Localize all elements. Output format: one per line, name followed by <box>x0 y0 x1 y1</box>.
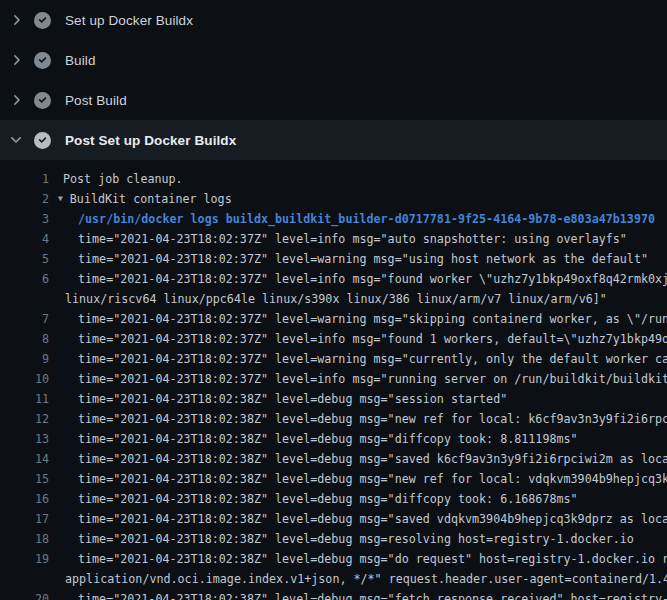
step-label: Post Build <box>65 93 127 108</box>
log-line-number[interactable]: 7 <box>0 309 49 329</box>
log-line: 17 time="2021-04-23T18:02:38Z" level=deb… <box>0 509 667 529</box>
log-line-number[interactable]: 1 <box>0 169 49 189</box>
log-line-number[interactable]: 17 <box>0 509 49 529</box>
log-line-continuation: application/vnd.oci.image.index.v1+json,… <box>0 569 667 589</box>
log-group-header[interactable]: 2 ▼ BuildKit container logs <box>0 189 667 209</box>
log-line-number[interactable]: 3 <box>0 209 49 229</box>
log-line-text: time="2021-04-23T18:02:37Z" level=warnin… <box>49 349 667 369</box>
log-line-number <box>0 289 49 309</box>
log-line-number[interactable]: 19 <box>0 549 49 569</box>
log-line: 16 time="2021-04-23T18:02:38Z" level=deb… <box>0 489 667 509</box>
log-line-text: time="2021-04-23T18:02:37Z" level=info m… <box>49 229 627 249</box>
log-line: 20 time="2021-04-23T18:02:38Z" level=deb… <box>0 589 667 600</box>
log-line: 6 time="2021-04-23T18:02:37Z" level=info… <box>0 269 667 289</box>
log-line-number[interactable]: 18 <box>0 529 49 549</box>
check-circle-icon <box>34 92 51 109</box>
log-line-number[interactable]: 12 <box>0 409 49 429</box>
log-line: 13 time="2021-04-23T18:02:38Z" level=deb… <box>0 429 667 449</box>
log-line: 8 time="2021-04-23T18:02:37Z" level=info… <box>0 329 667 349</box>
log-line: 14 time="2021-04-23T18:02:38Z" level=deb… <box>0 449 667 469</box>
chevron-down-icon <box>8 132 24 148</box>
log-line-number[interactable]: 4 <box>0 229 49 249</box>
chevron-right-icon <box>8 92 24 108</box>
log-line: 9 time="2021-04-23T18:02:37Z" level=warn… <box>0 349 667 369</box>
log-line-text: application/vnd.oci.image.index.v1+json,… <box>49 569 667 589</box>
log-command-line: 3 /usr/bin/docker logs buildx_buildkit_b… <box>0 209 667 229</box>
chevron-right-icon <box>8 12 24 28</box>
log-line-number[interactable]: 5 <box>0 249 49 269</box>
log-line-text: Post job cleanup. <box>49 169 183 189</box>
log-line-text: time="2021-04-23T18:02:38Z" level=debug … <box>49 589 667 600</box>
check-circle-icon <box>34 132 51 149</box>
step-list: Set up Docker Buildx Build Post Build Po… <box>0 0 667 160</box>
log-line-text: time="2021-04-23T18:02:38Z" level=debug … <box>49 529 634 549</box>
log-line-text: time="2021-04-23T18:02:38Z" level=debug … <box>49 549 667 569</box>
log-line-text: time="2021-04-23T18:02:37Z" level=warnin… <box>49 309 667 329</box>
log-line-continuation: linux/riscv64 linux/ppc64le linux/s390x … <box>0 289 667 309</box>
step-header-post-set-up-docker-buildx[interactable]: Post Set up Docker Buildx <box>0 120 667 160</box>
log-line-text: time="2021-04-23T18:02:38Z" level=debug … <box>49 469 667 489</box>
log-line-text: time="2021-04-23T18:02:37Z" level=warnin… <box>49 249 648 269</box>
log-line-number[interactable]: 11 <box>0 389 49 409</box>
chevron-right-icon <box>8 52 24 68</box>
log-line: 5 time="2021-04-23T18:02:37Z" level=warn… <box>0 249 667 269</box>
log-line-number[interactable]: 8 <box>0 329 49 349</box>
log-line-text: time="2021-04-23T18:02:37Z" level=info m… <box>49 329 667 349</box>
log-line-text: time="2021-04-23T18:02:37Z" level=info m… <box>49 369 667 389</box>
log-line-text: time="2021-04-23T18:02:37Z" level=info m… <box>49 269 667 289</box>
step-label: Post Set up Docker Buildx <box>65 133 236 148</box>
log-line-number[interactable]: 14 <box>0 449 49 469</box>
log-line-number[interactable]: 15 <box>0 469 49 489</box>
log-line-text: /usr/bin/docker logs buildx_buildkit_bui… <box>49 209 655 229</box>
collapse-triangle-icon[interactable]: ▼ <box>49 189 63 209</box>
log-line-text: time="2021-04-23T18:02:38Z" level=debug … <box>49 389 507 409</box>
log-output: 1 Post job cleanup. 2 ▼ BuildKit contain… <box>0 160 667 600</box>
log-line-number[interactable]: 20 <box>0 589 49 600</box>
log-line-number[interactable]: 6 <box>0 269 49 289</box>
log-line: 1 Post job cleanup. <box>0 169 667 189</box>
log-line-text: time="2021-04-23T18:02:38Z" level=debug … <box>49 409 667 429</box>
log-line-number <box>0 569 49 589</box>
log-line-text: linux/riscv64 linux/ppc64le linux/s390x … <box>49 289 607 309</box>
log-line: 10 time="2021-04-23T18:02:37Z" level=inf… <box>0 369 667 389</box>
step-header-post-build[interactable]: Post Build <box>0 80 667 120</box>
log-line-text: time="2021-04-23T18:02:38Z" level=debug … <box>49 429 578 449</box>
check-circle-icon <box>34 12 51 29</box>
log-line: 19 time="2021-04-23T18:02:38Z" level=deb… <box>0 549 667 569</box>
log-line: 4 time="2021-04-23T18:02:37Z" level=info… <box>0 229 667 249</box>
log-line: 7 time="2021-04-23T18:02:37Z" level=warn… <box>0 309 667 329</box>
log-line-text: time="2021-04-23T18:02:38Z" level=debug … <box>49 449 667 469</box>
log-line-number[interactable]: 9 <box>0 349 49 369</box>
log-line-number[interactable]: 2 <box>0 189 49 209</box>
log-line: 18 time="2021-04-23T18:02:38Z" level=deb… <box>0 529 667 549</box>
check-circle-icon <box>34 52 51 69</box>
log-line-text: time="2021-04-23T18:02:38Z" level=debug … <box>49 509 667 529</box>
step-label: Build <box>65 53 96 68</box>
log-line: 11 time="2021-04-23T18:02:38Z" level=deb… <box>0 389 667 409</box>
log-line-number[interactable]: 10 <box>0 369 49 389</box>
log-line: 15 time="2021-04-23T18:02:38Z" level=deb… <box>0 469 667 489</box>
log-line: 12 time="2021-04-23T18:02:38Z" level=deb… <box>0 409 667 429</box>
step-label: Set up Docker Buildx <box>65 13 193 28</box>
log-group-title: BuildKit container logs <box>63 189 232 209</box>
log-line-number[interactable]: 16 <box>0 489 49 509</box>
step-header-set-up-docker-buildx[interactable]: Set up Docker Buildx <box>0 0 667 40</box>
log-line-number[interactable]: 13 <box>0 429 49 449</box>
step-header-build[interactable]: Build <box>0 40 667 80</box>
log-line-text: time="2021-04-23T18:02:38Z" level=debug … <box>49 489 578 509</box>
